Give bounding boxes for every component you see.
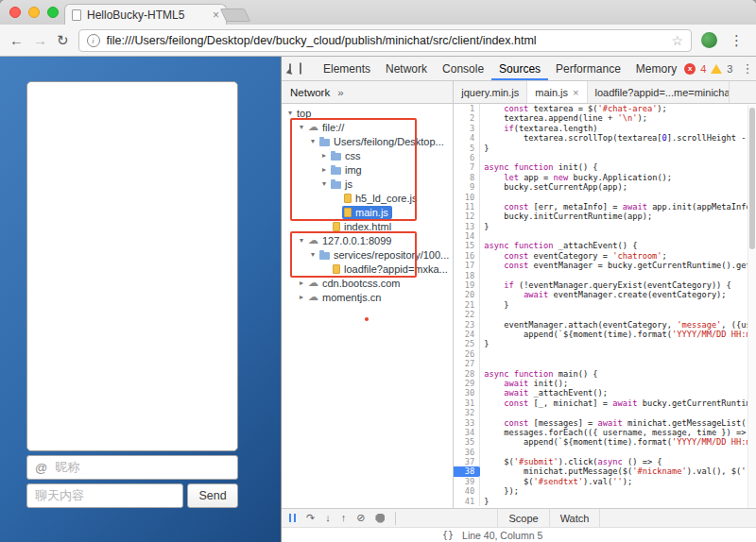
chevron-right-icon[interactable]: ▸ [319, 165, 329, 174]
pause-on-exceptions-icon[interactable] [375, 514, 385, 523]
line-number[interactable]: 8 [454, 173, 480, 182]
line-number[interactable]: 5 [454, 144, 480, 153]
code-line-14[interactable]: 14 [454, 231, 756, 241]
code-line-21[interactable]: 21 } [454, 300, 756, 310]
tree-item-top[interactable]: ▾top [282, 106, 453, 120]
device-toolbar-icon[interactable] [300, 62, 301, 75]
line-number[interactable]: 36 [454, 448, 480, 457]
tree-item-services-repository-100[interactable]: ▾services/repository/100... [282, 247, 453, 262]
url-text[interactable]: file:///Users/feilong/Desktop/dev/bucky_… [107, 34, 665, 47]
navigator-tab-network[interactable]: Network [290, 87, 330, 98]
chevron-right-icon[interactable]: ▸ [319, 151, 329, 160]
code-line-3[interactable]: 3 if(textarea.length) [454, 124, 756, 133]
code-line-34[interactable]: 34 messages.forEach(({ username, message… [454, 428, 756, 437]
line-number[interactable]: 4 [454, 133, 480, 143]
code-line-16[interactable]: 16 const eventCategory = 'chatroom'; [454, 251, 756, 261]
code-line-35[interactable]: 35 append(`${moment(time).format('YYYY/M… [454, 437, 756, 447]
code-line-13[interactable]: 13} [454, 222, 756, 231]
line-number[interactable]: 31 [454, 398, 480, 408]
new-tab-button[interactable] [220, 8, 251, 22]
line-number[interactable]: 7 [454, 162, 480, 172]
code-line-24[interactable]: 24 append(`${moment(time).format('YYYY/M… [454, 330, 756, 339]
code-line-37[interactable]: 37 $('#submit').click(async () => { [454, 457, 756, 466]
code-line-23[interactable]: 23 eventManager.attach(eventCategory, 'm… [454, 320, 756, 330]
tree-item-127-0-0-1-8099[interactable]: ▾☁127.0.0.1:8099 [282, 233, 453, 247]
forward-button[interactable]: → [33, 33, 47, 47]
line-number[interactable]: 19 [454, 280, 480, 290]
code-line-5[interactable]: 5} [454, 144, 756, 153]
line-number[interactable]: 18 [454, 271, 480, 280]
tree-item-momentjs-cn[interactable]: ▸☁momentjs.cn [282, 290, 453, 304]
tab-elements[interactable]: Elements [316, 57, 378, 80]
tab-memory[interactable]: Memory [628, 57, 684, 80]
tab-network[interactable]: Network [378, 57, 435, 80]
tab-performance[interactable]: Performance [548, 57, 628, 80]
browser-menu-icon[interactable]: ⋮ [727, 32, 747, 49]
line-number[interactable]: 14 [454, 231, 480, 241]
devtools-menu-icon[interactable]: ⋮ [737, 61, 756, 76]
code-line-29[interactable]: 29 await init(); [454, 379, 756, 388]
line-number[interactable]: 13 [454, 222, 480, 231]
tab-console[interactable]: Console [435, 57, 491, 80]
code-pane[interactable]: 1 const textarea = $('#chat-area');2 tex… [454, 104, 756, 508]
line-number[interactable]: 9 [454, 182, 480, 192]
step-out-icon[interactable]: ↑ [341, 513, 347, 523]
line-number[interactable]: 6 [454, 153, 480, 162]
code-line-31[interactable]: 31 const [_, minichat] = await bucky.get… [454, 398, 756, 408]
line-number[interactable]: 32 [454, 408, 480, 417]
nickname-input[interactable]: @ 昵称 [26, 455, 238, 480]
browser-tab[interactable]: HelloBucky-HTML5 × [64, 4, 227, 25]
code-line-7[interactable]: 7async function init() { [454, 162, 756, 172]
line-number[interactable]: 24 [454, 330, 480, 339]
line-number[interactable]: 15 [454, 241, 480, 250]
code-line-25[interactable]: 25} [454, 339, 756, 348]
code-line-22[interactable]: 22 [454, 310, 756, 319]
code-line-6[interactable]: 6 [454, 153, 756, 162]
tab-scope[interactable]: Scope [497, 509, 549, 527]
chevron-down-icon[interactable]: ▾ [297, 236, 306, 245]
pretty-print-icon[interactable]: {} [442, 530, 454, 540]
code-line-39[interactable]: 39 $('#sendtxt').val(''); [454, 477, 756, 486]
line-number[interactable]: 28 [454, 369, 480, 379]
code-line-30[interactable]: 30 await _attachEvent(); [454, 388, 756, 398]
code-line-9[interactable]: 9 bucky.setCurrentApp(app); [454, 182, 756, 192]
line-number[interactable]: 27 [454, 359, 480, 368]
step-over-icon[interactable]: ↷ [306, 513, 315, 523]
warning-icon[interactable] [711, 64, 722, 74]
line-number[interactable]: 30 [454, 388, 480, 398]
tree-item-loadfile-appid-mxka[interactable]: loadfile?appid=mxka... [282, 262, 453, 276]
chevron-down-icon[interactable]: ▾ [308, 250, 318, 259]
tree-item-index-html[interactable]: index.html [282, 219, 453, 233]
line-number[interactable]: 11 [454, 202, 480, 212]
tree-item-main-js[interactable]: main.js [282, 205, 453, 219]
line-number[interactable]: 2 [454, 113, 480, 123]
close-window-button[interactable] [9, 7, 21, 18]
address-bar[interactable]: i file:///Users/feilong/Desktop/dev/buck… [78, 29, 692, 52]
code-line-41[interactable]: 41} [454, 497, 756, 506]
code-line-8[interactable]: 8 let app = new bucky.Application(); [454, 173, 756, 182]
chevron-down-icon[interactable]: ▾ [319, 179, 329, 188]
bookmark-star-icon[interactable]: ☆ [671, 33, 683, 48]
line-number[interactable]: 35 [454, 437, 480, 447]
extension-icon[interactable] [701, 32, 717, 48]
code-line-40[interactable]: 40 }); [454, 486, 756, 496]
line-number[interactable]: 21 [454, 300, 480, 310]
code-line-27[interactable]: 27 [454, 359, 756, 368]
error-count[interactable]: 4 [700, 63, 706, 75]
tree-item-h5-ld-core-js[interactable]: h5_ld_core.js [282, 191, 453, 205]
line-number[interactable]: 37 [454, 457, 480, 466]
tab-close-icon[interactable]: × [213, 8, 219, 22]
tree-item-cdn-bootcss-com[interactable]: ▸☁cdn.bootcss.com [282, 276, 453, 290]
chevron-right-icon[interactable]: ▸ [297, 293, 306, 301]
warning-count[interactable]: 3 [727, 63, 732, 75]
code-line-10[interactable]: 10 [454, 193, 756, 202]
zoom-window-button[interactable] [47, 7, 59, 18]
line-number[interactable]: 12 [454, 212, 480, 221]
code-line-26[interactable]: 26 [454, 349, 756, 359]
line-number[interactable]: 34 [454, 428, 480, 437]
line-number[interactable]: 1 [454, 104, 480, 113]
error-icon[interactable]: x [684, 63, 696, 75]
editor-tab-jquery-min-js[interactable]: jquery.min.js [454, 81, 527, 103]
code-line-1[interactable]: 1 const textarea = $('#chat-area'); [454, 104, 756, 113]
code-line-19[interactable]: 19 if (!eventManager.queryExist(eventCat… [454, 280, 756, 290]
